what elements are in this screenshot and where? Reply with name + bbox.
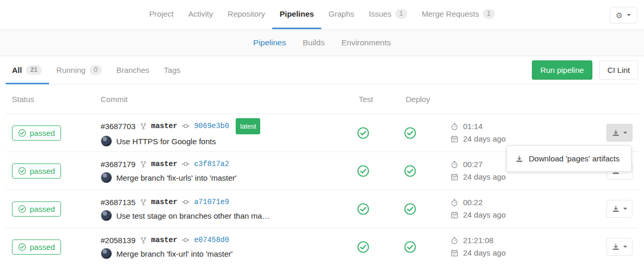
commit-sha-link[interactable]: c3f817a2 [194, 158, 229, 171]
commit-message-link[interactable]: Merge branch 'fix-url' into 'master' [116, 247, 233, 260]
avatar[interactable] [101, 210, 112, 221]
finished-at-text: 24 days ago [463, 171, 506, 183]
gear-icon: ⚙ [616, 11, 623, 19]
duration-text: 00:27 [463, 158, 483, 171]
chevron-down-icon [627, 14, 631, 16]
commit-icon [181, 160, 190, 168]
merge-requests-count-badge: 1 [483, 9, 495, 19]
tab-count-badge: 0 [90, 65, 102, 75]
artifacts-dropdown-menu: Download 'pages' artifacts [506, 145, 631, 172]
pipelines-page: Project Activity Repository Pipelines Gr… [0, 0, 644, 265]
download-icon [612, 205, 619, 212]
branch-link[interactable]: master [151, 234, 177, 247]
download-artifacts-dropdown-button[interactable] [606, 200, 633, 218]
deploy-stage-status-icon[interactable] [404, 241, 416, 253]
calendar-icon [451, 173, 458, 181]
avatar[interactable] [101, 172, 112, 183]
settings-dropdown-button[interactable]: ⚙ [610, 7, 637, 23]
subnav-item-builds[interactable]: Builds [294, 38, 333, 47]
ci-subnav: Pipelines Builds Environments [0, 29, 644, 56]
commit-message-link[interactable]: Use HTTPS for Google fonts [116, 135, 216, 148]
branch-icon [140, 122, 147, 130]
test-stage-status-icon[interactable] [357, 127, 369, 139]
calendar-icon [451, 249, 458, 257]
header-commit: Commit [101, 95, 339, 104]
pipeline-id-link[interactable]: #3687703 [101, 120, 136, 133]
branch-link[interactable]: master [151, 196, 177, 209]
project-nav: Project Activity Repository Pipelines Gr… [0, 0, 644, 29]
tab-count-badge: 21 [26, 65, 42, 75]
commit-message-link[interactable]: Merge branch 'fix-urls' into 'master' [116, 171, 237, 184]
tab-label: Tags [164, 66, 180, 74]
download-icon [612, 243, 619, 250]
branch-icon [140, 198, 147, 206]
nav-item-pipelines[interactable]: Pipelines [272, 0, 321, 29]
download-pages-artifacts-item[interactable]: Download 'pages' artifacts [507, 150, 631, 167]
pipeline-row: passed #2058139 master e07458d0 Merge br… [6, 228, 638, 265]
status-label: passed [30, 243, 55, 251]
tab-branches[interactable]: Branches [109, 56, 156, 84]
pipeline-id-link[interactable]: #3687179 [101, 158, 136, 171]
test-stage-status-icon[interactable] [357, 241, 369, 253]
finished-at-text: 24 days ago [463, 247, 506, 259]
tab-label: Running [56, 66, 86, 74]
subnav-item-pipelines[interactable]: Pipelines [245, 38, 295, 47]
branch-link[interactable]: master [151, 120, 177, 133]
chevron-down-icon [623, 246, 627, 248]
chevron-down-icon [623, 208, 627, 210]
status-badge[interactable]: passed [12, 163, 61, 179]
nav-item-repository[interactable]: Repository [221, 0, 273, 29]
download-artifacts-dropdown-button[interactable] [606, 238, 633, 256]
tab-tags[interactable]: Tags [156, 56, 188, 84]
test-stage-status-icon[interactable] [357, 165, 369, 177]
tab-all[interactable]: All 21 [6, 56, 49, 84]
header-status: Status [6, 95, 101, 104]
nav-item-activity[interactable]: Activity [181, 0, 221, 29]
test-stage-status-icon[interactable] [357, 203, 369, 215]
tab-label: All [12, 66, 22, 74]
nav-label: Issues [369, 9, 391, 18]
chevron-down-icon [623, 132, 627, 134]
status-badge[interactable]: passed [12, 201, 61, 217]
commit-message-link[interactable]: Use test stage on branches other than ma… [116, 209, 270, 222]
timer-icon [451, 198, 458, 207]
deploy-stage-status-icon[interactable] [404, 165, 416, 177]
branch-icon [140, 236, 147, 244]
deploy-stage-status-icon[interactable] [404, 203, 416, 215]
commit-icon [181, 198, 190, 206]
status-badge[interactable]: passed [12, 239, 61, 255]
status-badge[interactable]: passed [12, 125, 61, 141]
commit-sha-link[interactable]: e07458d0 [194, 234, 229, 247]
nav-item-project[interactable]: Project [142, 0, 181, 29]
header-test: Test [339, 95, 386, 104]
download-artifacts-dropdown-button[interactable] [606, 124, 633, 142]
nav-label: Pipelines [280, 9, 314, 18]
commit-icon [181, 122, 190, 130]
pipeline-id-link[interactable]: #2058139 [101, 234, 136, 247]
timer-icon [451, 160, 458, 169]
avatar[interactable] [101, 135, 112, 147]
nav-label: Project [149, 9, 174, 18]
latest-badge: latest [236, 118, 260, 134]
deploy-stage-status-icon[interactable] [404, 127, 416, 139]
subnav-item-environments[interactable]: Environments [333, 38, 399, 47]
run-pipeline-button[interactable]: Run pipeline [532, 60, 592, 80]
nav-item-graphs[interactable]: Graphs [321, 0, 361, 29]
avatar[interactable] [101, 248, 112, 259]
tab-running[interactable]: Running 0 [49, 56, 109, 84]
nav-item-issues[interactable]: Issues 1 [361, 0, 414, 29]
ci-lint-button[interactable]: CI Lint [599, 60, 638, 80]
pipeline-row: passed #3687135 master a71071e9 Use test… [6, 190, 638, 228]
commit-sha-link[interactable]: a71071e9 [194, 196, 229, 209]
pipeline-id-link[interactable]: #3687135 [101, 196, 136, 209]
branch-link[interactable]: master [151, 158, 177, 171]
calendar-icon [451, 135, 458, 143]
dropdown-item-label: Download 'pages' artifacts [529, 154, 619, 163]
status-check-icon [18, 205, 26, 213]
tab-label: Branches [116, 66, 149, 74]
nav-item-merge-requests[interactable]: Merge Requests 1 [415, 0, 502, 29]
download-icon [516, 155, 523, 162]
calendar-icon [451, 211, 458, 219]
duration-text: 21:21:08 [463, 234, 493, 247]
commit-sha-link[interactable]: 9069e3b0 [194, 120, 229, 133]
